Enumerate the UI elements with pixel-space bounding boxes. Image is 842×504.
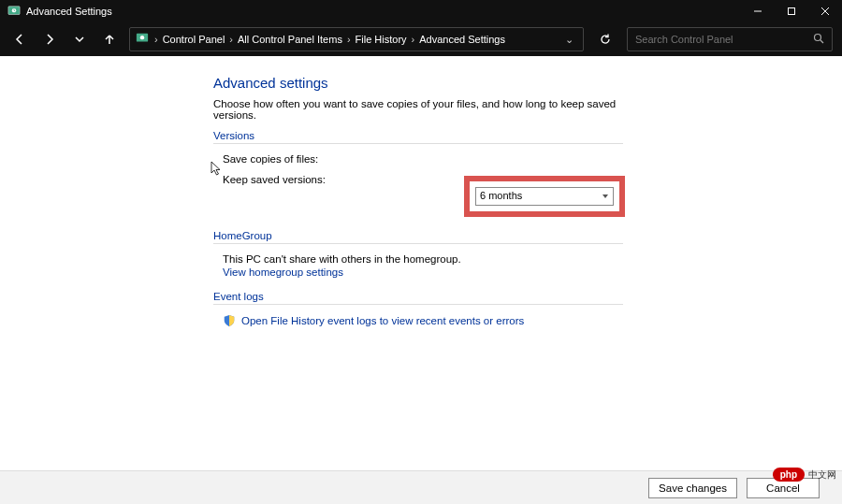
view-homegroup-settings-link[interactable]: View homegroup settings [223, 266, 623, 278]
window-title: Advanced Settings [26, 6, 112, 17]
search-icon[interactable] [813, 33, 824, 47]
watermark: php 中文网 [773, 468, 836, 482]
svg-point-8 [815, 34, 821, 40]
svg-point-7 [140, 36, 144, 39]
close-button[interactable] [808, 0, 842, 22]
address-bar[interactable]: › Control Panel › All Control Panel Item… [129, 27, 584, 51]
shield-icon [223, 314, 236, 327]
divider [213, 304, 623, 305]
search-input[interactable] [635, 34, 813, 45]
section-eventlogs-label: Event logs [213, 291, 623, 302]
up-button[interactable] [99, 29, 120, 50]
forward-button[interactable] [39, 29, 60, 50]
minimize-button[interactable] [741, 0, 775, 22]
page-description: Choose how often you want to save copies… [213, 98, 623, 121]
chevron-right-icon: › [345, 34, 353, 45]
refresh-button[interactable] [593, 27, 617, 51]
section-homegroup-label: HomeGroup [213, 230, 623, 241]
app-icon [7, 5, 21, 18]
svg-line-9 [820, 40, 823, 43]
navbar: › Control Panel › All Control Panel Item… [0, 22, 842, 56]
page-heading: Advanced settings [213, 75, 623, 91]
footer: Save changes Cancel [0, 470, 842, 504]
back-button[interactable] [9, 29, 30, 50]
chevron-right-icon: › [227, 34, 235, 45]
save-button[interactable]: Save changes [648, 478, 737, 498]
chevron-right-icon: › [152, 34, 160, 45]
watermark-badge: php [773, 468, 805, 482]
divider [213, 143, 623, 144]
breadcrumb-control-panel[interactable]: Control Panel [160, 34, 228, 45]
breadcrumb-file-history[interactable]: File History [353, 34, 410, 45]
breadcrumb-all-items[interactable]: All Control Panel Items [235, 34, 345, 45]
breadcrumb-advanced-settings[interactable]: Advanced Settings [416, 34, 508, 45]
chevron-right-icon: › [410, 34, 417, 45]
svg-rect-3 [789, 8, 795, 15]
titlebar: Advanced Settings [0, 0, 842, 22]
search-box[interactable] [627, 27, 833, 51]
keep-versions-value: 6 months [480, 190, 522, 201]
watermark-text: 中文网 [808, 468, 836, 482]
section-versions-label: Versions [213, 130, 623, 141]
maximize-button[interactable] [775, 0, 808, 22]
homegroup-text: This PC can't share with others in the h… [223, 253, 623, 265]
open-event-logs-link[interactable]: Open File History event logs to view rec… [241, 315, 524, 326]
location-icon [136, 32, 149, 47]
divider [213, 243, 623, 244]
highlighted-dropdown-area: 6 months [464, 176, 625, 217]
content-area: Advanced settings Choose how often you w… [0, 56, 842, 470]
keep-versions-label: Keep saved versions: [223, 174, 464, 185]
save-copies-label: Save copies of files: [223, 153, 464, 165]
history-dropdown-button[interactable] [69, 29, 90, 50]
keep-versions-select[interactable]: 6 months [475, 187, 614, 206]
chevron-down-icon[interactable]: ⌄ [559, 34, 579, 46]
